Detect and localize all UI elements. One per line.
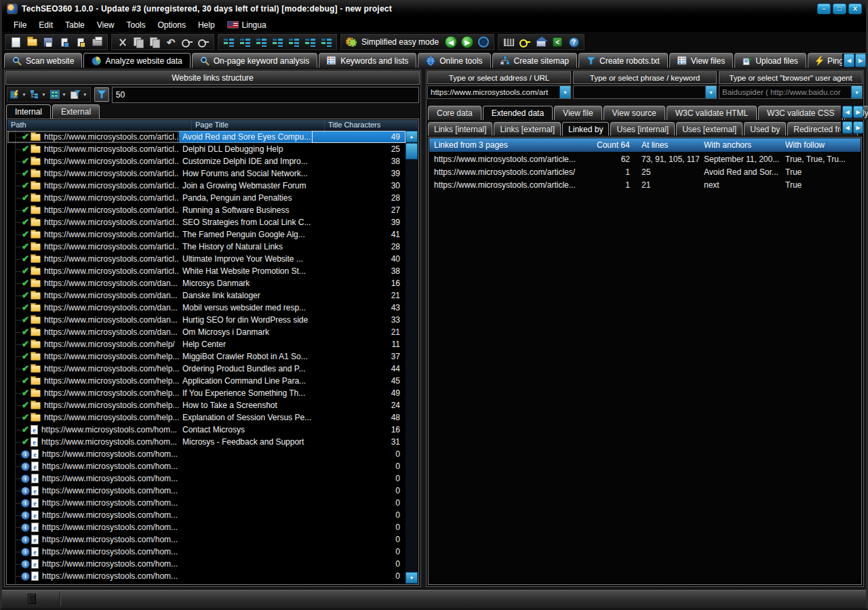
column-header-path[interactable]: Path — [7, 120, 192, 131]
export-data-button[interactable] — [73, 35, 89, 49]
chevron-down-icon[interactable]: ▼ — [705, 86, 716, 98]
menu-item-tools[interactable]: Tools — [121, 19, 152, 31]
tab-w3c-validate-css[interactable]: W3C validate CSS — [758, 106, 843, 120]
tab-view-file[interactable]: View file — [554, 106, 601, 120]
column-header-title-characters[interactable]: Title Characters — [325, 120, 418, 131]
user-agent-combo-value[interactable]: Baiduspider ( http://www.baidu.cor — [719, 88, 851, 96]
table-row[interactable]: ✔https://www.microsystools.com/articl...… — [7, 155, 406, 167]
filter-value-input[interactable] — [112, 87, 419, 103]
paste-button[interactable] — [146, 35, 163, 49]
table-row[interactable]: iehttps://www.microsystools.com/hom...0 — [7, 448, 406, 460]
tab-external[interactable]: External — [52, 104, 100, 119]
table-row[interactable]: ✔https://www.microsystools.com/articl...… — [7, 204, 406, 216]
chevron-down-icon[interactable]: ▼ — [851, 86, 862, 98]
column-header-linked-from[interactable]: Linked from 3 pages — [429, 138, 592, 152]
filter-toggle-button[interactable] — [94, 87, 109, 102]
new-project-button[interactable] — [7, 35, 24, 49]
menu-item-options[interactable]: Options — [152, 19, 192, 31]
tab-internal[interactable]: Internal — [6, 104, 51, 119]
table-row[interactable]: iehttps://www.microsystools.com/hom...0 — [7, 497, 406, 509]
table-row[interactable]: iehttps://www.microsystools.com/hom...0 — [7, 460, 406, 472]
column-header-with-anchors[interactable]: With anchors — [699, 138, 781, 152]
tab-links-external[interactable]: Links [external] — [494, 122, 561, 136]
table-row[interactable]: iehttps://www.microsystools.com/hom...0 — [7, 546, 406, 558]
table-row[interactable]: ✔ehttps://www.microsystools.com/hom...Co… — [7, 424, 406, 436]
tab-online-tools[interactable]: Online tools — [418, 53, 490, 68]
menu-item-view[interactable]: View — [91, 19, 121, 31]
table-row[interactable]: ✔https://www.microsystools.com/help...If… — [7, 387, 406, 399]
table-row[interactable]: ✔https://www.microsystools.com/articl...… — [7, 131, 406, 143]
column-header-page-title[interactable]: Page Title — [192, 120, 325, 131]
table-row[interactable]: ✔https://www.microsystools.com/articl...… — [7, 265, 406, 277]
filter-options-button[interactable]: ▼ — [68, 87, 90, 102]
tab-on-page-keyword-analysis[interactable]: On-page keyword analysis — [192, 53, 317, 68]
vertical-scrollbar[interactable]: ▲ ▼ — [406, 131, 418, 584]
table-row[interactable]: ✔https://www.microsystools.com/articl...… — [7, 253, 406, 265]
scroll-down-icon[interactable]: ▼ — [406, 572, 418, 584]
table-row[interactable]: ✔https://www.microsystools.com/help...Ho… — [7, 399, 406, 411]
sync-down-button[interactable] — [302, 35, 318, 49]
node-move-button[interactable] — [220, 35, 237, 49]
tab-analyze-website-data[interactable]: Analyze website data — [83, 53, 190, 68]
tabs-scroll-left-icon[interactable]: ◀ — [842, 121, 852, 134]
sync-up-button[interactable] — [285, 35, 302, 49]
address-combo[interactable]: https://www.microsystools.com/art ▼ — [427, 85, 571, 99]
close-button[interactable]: X — [848, 3, 862, 14]
table-row[interactable]: ✔ehttps://www.microsystools.com/hom...Mi… — [7, 436, 406, 448]
table-row[interactable]: ✔https://www.microsystools.com/dan...Om … — [7, 326, 406, 338]
table-row[interactable]: iehttps://www.microsystools.com/hom...0 — [7, 485, 406, 497]
table-row[interactable]: ✔https://www.microsystools.com/help...Or… — [7, 363, 406, 375]
table-row[interactable]: iehttps://www.microsystools.com/hom...0 — [7, 533, 406, 546]
node-shift-button[interactable] — [269, 35, 285, 49]
tabs-scroll-left-icon[interactable]: ◀ — [842, 106, 852, 118]
tab-core-data[interactable]: Core data — [428, 106, 481, 120]
tabs-scroll-right-icon[interactable]: ▶ — [853, 106, 863, 118]
column-header-with-follow[interactable]: With follow — [781, 138, 861, 152]
tabs-scroll-right-icon[interactable]: ▶ — [855, 54, 866, 67]
tab-links-internal[interactable]: Links [internal] — [428, 122, 492, 136]
scroll-up-icon[interactable]: ▲ — [406, 131, 418, 142]
table-row[interactable]: https://www.microsystools.com/article...… — [429, 152, 861, 165]
table-row[interactable]: ✔https://www.microsystools.com/articl...… — [7, 241, 406, 253]
menu-item-table[interactable]: Table — [59, 19, 91, 31]
table-row[interactable]: ✔https://www.microsystools.com/articl...… — [7, 228, 406, 241]
grid-view-button[interactable]: ▼ — [48, 87, 68, 102]
find-button[interactable] — [179, 35, 195, 49]
table-row[interactable]: ✔https://www.microsystools.com/dan...Hur… — [7, 314, 406, 326]
table-row[interactable]: ✔https://www.microsystools.com/articl...… — [7, 180, 406, 192]
print-button[interactable] — [89, 35, 105, 49]
table-row[interactable]: ✔https://www.microsystools.com/help...Mi… — [7, 350, 406, 363]
menu-item-file[interactable]: File — [7, 19, 33, 31]
minimize-button[interactable]: – — [817, 3, 831, 14]
quick-actions-button[interactable]: ▼ — [8, 87, 28, 102]
chevron-down-icon[interactable]: ▼ — [559, 86, 570, 98]
save-project-button[interactable] — [40, 35, 56, 49]
tab-scan-website[interactable]: Scan website — [4, 53, 82, 68]
menu-item-help[interactable]: Help — [192, 19, 221, 31]
table-row[interactable]: iehttps://www.microsystools.com/hom...0 — [7, 570, 406, 582]
table-row[interactable]: ✔https://www.microsystools.com/articl...… — [7, 192, 406, 204]
phrase-combo[interactable]: ▼ — [573, 85, 717, 99]
tabs-scroll-right-icon[interactable]: ▶ — [853, 121, 863, 134]
tab-view-source[interactable]: View source — [604, 106, 665, 120]
table-row[interactable]: https://www.microsystools.com/article...… — [429, 178, 861, 191]
table-row[interactable]: ✔https://www.microsystools.com/dan...Dan… — [7, 289, 406, 302]
tab-uses-internal[interactable]: Uses [internal] — [610, 122, 675, 136]
easy-mode-label[interactable]: Simplified easy mode — [359, 37, 443, 47]
open-project-button[interactable] — [24, 35, 40, 49]
scroll-thumb[interactable] — [406, 143, 418, 159]
import-data-button[interactable] — [56, 35, 73, 49]
nav-forward-button[interactable]: ▶ — [459, 35, 475, 49]
address-combo-value[interactable]: https://www.microsystools.com/art — [428, 88, 559, 96]
table-row[interactable]: ✔https://www.microsystools.com/help...Ap… — [7, 375, 406, 387]
table-row[interactable]: iehttps://www.microsystools.com/hom...0 — [7, 509, 406, 521]
tab-extended-data[interactable]: Extended data — [483, 106, 553, 120]
column-header-at-lines[interactable]: At lines — [637, 138, 699, 152]
maximize-button[interactable]: □ — [833, 3, 846, 14]
user-agent-combo[interactable]: Baiduspider ( http://www.baidu.cor ▼ — [719, 85, 863, 99]
find-next-button[interactable] — [195, 35, 212, 49]
copy-button[interactable] — [130, 35, 146, 49]
table-row[interactable]: ✔https://www.microsystools.com/articl...… — [7, 143, 406, 155]
columns-button[interactable] — [318, 35, 334, 49]
undo-button[interactable]: ↶ — [163, 35, 179, 49]
